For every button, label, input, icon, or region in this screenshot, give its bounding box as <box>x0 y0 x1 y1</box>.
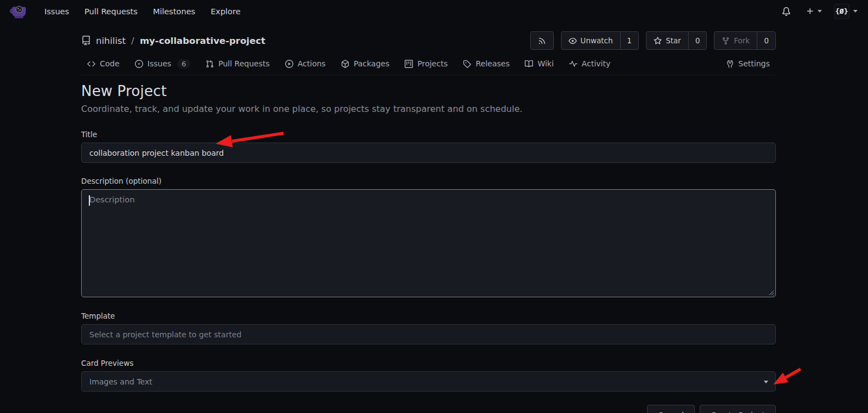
resize-handle-icon[interactable] <box>768 290 774 296</box>
nav-item-milestones[interactable]: Milestones <box>145 3 203 20</box>
gitea-cup-icon <box>9 3 28 20</box>
fork-button[interactable]: Fork <box>714 32 757 49</box>
rss-icon <box>538 37 546 45</box>
project-template-input[interactable] <box>81 324 776 344</box>
chevron-down-icon <box>818 10 822 13</box>
user-menu-dropdown[interactable]: {Ø} <box>833 2 859 21</box>
top-navbar: Issues Pull Requests Milestones Explore … <box>0 0 868 22</box>
code-icon <box>87 60 95 68</box>
tab-settings-label: Settings <box>739 59 770 68</box>
tab-pull-requests[interactable]: Pull Requests <box>200 55 275 72</box>
issues-count-badge: 6 <box>177 59 190 69</box>
user-avatar: {Ø} <box>834 4 849 19</box>
tab-issues-label: Issues <box>147 59 172 68</box>
navbar-left: Issues Pull Requests Milestones Explore <box>9 3 248 20</box>
star-button[interactable]: Star <box>646 32 688 49</box>
description-textarea-wrap <box>81 189 776 297</box>
package-icon <box>341 60 349 68</box>
tab-actions[interactable]: Actions <box>279 55 332 72</box>
repo-title: nihilist / my-collaborative-project <box>81 36 265 46</box>
tab-settings[interactable]: Settings <box>720 55 776 72</box>
project-title-input[interactable] <box>81 143 776 163</box>
chevron-down-icon <box>853 10 858 13</box>
notifications-button[interactable] <box>778 4 795 19</box>
new-project-form-page: New Project Coordinate, track, and updat… <box>81 83 776 413</box>
nav-item-explore[interactable]: Explore <box>203 3 248 20</box>
forks-count[interactable]: 0 <box>757 32 775 49</box>
tab-activity-label: Activity <box>582 59 610 68</box>
tab-wiki[interactable]: Wiki <box>519 55 559 72</box>
repo-separator: / <box>131 36 134 46</box>
fork-button-group: Fork 0 <box>714 31 776 50</box>
repo-tabs: Code Issues 6 Pull Requests Actions Pack… <box>81 53 776 75</box>
unwatch-button[interactable]: Unwatch <box>561 32 620 49</box>
repo-icon <box>81 36 91 46</box>
repo-owner-link[interactable]: nihilist <box>96 36 126 46</box>
cancel-button[interactable]: Cancel <box>647 405 695 413</box>
tab-projects-label: Projects <box>417 59 447 68</box>
page-title: New Project <box>81 83 776 99</box>
book-icon <box>525 60 533 68</box>
repo-action-buttons: Unwatch 1 Star 0 Fork 0 <box>530 31 776 50</box>
text-cursor <box>89 195 90 206</box>
rss-feed-button[interactable] <box>531 32 553 49</box>
description-field-label: Description (optional) <box>81 177 776 185</box>
template-field-label: Template <box>81 312 776 320</box>
bell-icon <box>782 7 791 16</box>
card-previews-field-label: Card Previews <box>81 359 776 367</box>
card-previews-select[interactable]: Images and Text <box>81 371 776 392</box>
play-circle-icon <box>285 60 293 68</box>
rss-button-group <box>530 31 554 50</box>
gitea-logo[interactable] <box>9 3 28 20</box>
nav-item-issues[interactable]: Issues <box>37 3 77 20</box>
nav-item-pull-requests[interactable]: Pull Requests <box>77 3 145 20</box>
watchers-count[interactable]: 1 <box>620 32 639 49</box>
tools-icon <box>726 60 734 68</box>
tab-code[interactable]: Code <box>81 55 126 72</box>
unwatch-label: Unwatch <box>581 36 613 45</box>
tab-pull-requests-label: Pull Requests <box>218 59 269 68</box>
tab-packages-label: Packages <box>354 59 389 68</box>
card-previews-selected-value: Images and Text <box>89 377 152 386</box>
tab-actions-label: Actions <box>298 59 326 68</box>
tab-issues[interactable]: Issues 6 <box>129 55 196 73</box>
tab-releases-label: Releases <box>475 59 509 68</box>
title-field-label: Title <box>81 130 776 139</box>
create-project-button[interactable]: Create Project <box>700 405 776 413</box>
issue-opened-icon <box>135 60 143 68</box>
tab-packages[interactable]: Packages <box>335 55 395 72</box>
navbar-right: {Ø} <box>778 2 859 21</box>
watch-button-group: Unwatch 1 <box>561 31 639 50</box>
project-description-textarea[interactable] <box>81 189 776 297</box>
star-icon <box>654 37 662 45</box>
star-label: Star <box>666 36 681 45</box>
page-subtitle: Coordinate, track, and update your work … <box>81 104 776 114</box>
repo-name-link[interactable]: my-collaborative-project <box>140 36 265 46</box>
fork-icon <box>722 37 730 45</box>
tab-code-label: Code <box>100 59 120 68</box>
dropdown-caret-icon <box>764 381 768 383</box>
eye-icon <box>569 37 577 45</box>
pulse-icon <box>569 60 577 68</box>
fork-label: Fork <box>734 36 750 45</box>
git-pull-request-icon <box>206 60 214 68</box>
tab-projects[interactable]: Projects <box>399 55 453 72</box>
stars-count[interactable]: 0 <box>688 32 707 49</box>
create-new-dropdown[interactable] <box>802 4 826 19</box>
tag-icon <box>463 60 471 68</box>
plus-icon <box>806 7 814 15</box>
form-action-buttons: Cancel Create Project <box>81 405 776 413</box>
tab-activity[interactable]: Activity <box>563 55 616 72</box>
project-board-icon <box>405 60 413 68</box>
repo-header: nihilist / my-collaborative-project Unwa… <box>81 29 776 52</box>
tab-wiki-label: Wiki <box>537 59 553 68</box>
star-button-group: Star 0 <box>646 31 707 50</box>
tab-releases[interactable]: Releases <box>457 55 515 72</box>
